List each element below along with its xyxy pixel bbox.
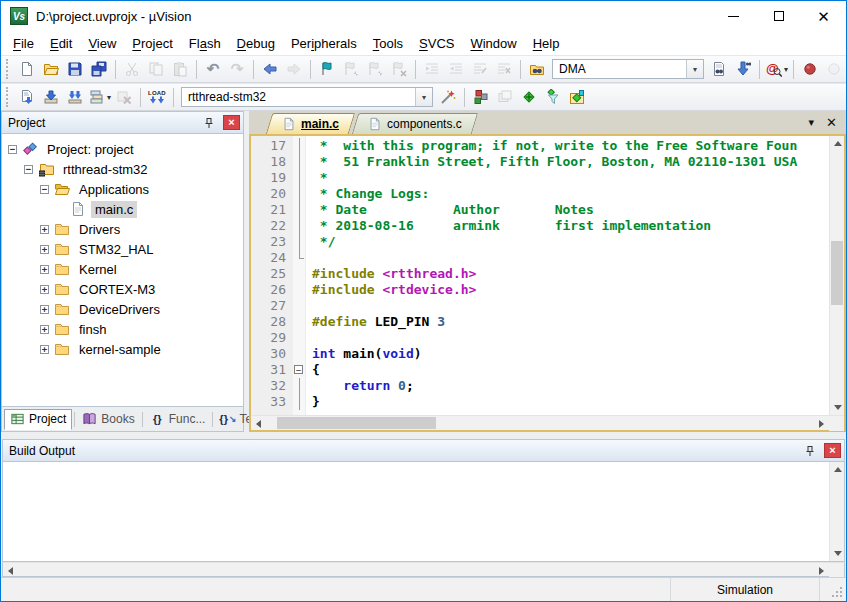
save-button[interactable]: [63, 57, 87, 81]
tree-item-cortex-m3[interactable]: +CORTEX-M3: [2, 279, 243, 299]
menu-help[interactable]: Help: [525, 33, 568, 54]
code-line[interactable]: 32 return 0;: [251, 378, 829, 394]
find-in-document-button[interactable]: [707, 57, 731, 81]
scroll-right-button[interactable]: [814, 563, 829, 578]
fold-collapse-icon[interactable]: −: [293, 362, 306, 378]
close-button[interactable]: ✕: [801, 1, 846, 31]
close-document-icon[interactable]: ✕: [826, 116, 837, 129]
target-select-combo-dropdown[interactable]: ▾: [415, 88, 432, 106]
build-button[interactable]: [39, 85, 63, 109]
manage-rte-button[interactable]: [517, 85, 541, 109]
new-file-button[interactable]: [15, 57, 39, 81]
menu-view[interactable]: View: [80, 33, 124, 54]
code-line[interactable]: 20 * Change Logs:: [251, 186, 829, 202]
resize-grip[interactable]: [820, 578, 846, 601]
tree-item-drivers[interactable]: +Drivers: [2, 219, 243, 239]
panel-tab-books[interactable]: Books: [77, 409, 139, 430]
expand-icon[interactable]: +: [40, 305, 49, 314]
select-software-packs-button[interactable]: [541, 85, 565, 109]
menu-debug[interactable]: Debug: [229, 33, 283, 54]
pack-installer-button[interactable]: [565, 85, 589, 109]
project-panel-close-button[interactable]: ×: [223, 115, 240, 130]
navigate-back-button[interactable]: [258, 57, 282, 81]
code-line[interactable]: 17 * with this program; if not, write to…: [251, 138, 829, 154]
tree-item-finsh[interactable]: +finsh: [2, 319, 243, 339]
code-line[interactable]: 25#include <rtthread.h>: [251, 266, 829, 282]
editor-vertical-scrollbar[interactable]: [829, 136, 844, 415]
rebuild-button[interactable]: [63, 85, 87, 109]
menu-project[interactable]: Project: [124, 33, 180, 54]
menu-edit[interactable]: Edit: [42, 33, 80, 54]
minimize-button[interactable]: [711, 1, 756, 31]
code-line[interactable]: 21 * Date Author Notes: [251, 202, 829, 218]
tree-item-devicedrivers[interactable]: +DeviceDrivers: [2, 299, 243, 319]
menu-tools[interactable]: Tools: [365, 33, 411, 54]
menu-file[interactable]: File: [5, 33, 42, 54]
translate-button[interactable]: [15, 85, 39, 109]
scroll-down-button[interactable]: [830, 546, 845, 561]
menu-peripherals[interactable]: Peripherals: [283, 33, 365, 54]
tree-item-stm32-hal[interactable]: +STM32_HAL: [2, 239, 243, 259]
build-output-text[interactable]: [3, 462, 829, 561]
scroll-left-button[interactable]: [3, 563, 18, 578]
build-output-vertical-scrollbar[interactable]: [829, 462, 844, 561]
batch-build-button[interactable]: ▾: [87, 85, 112, 109]
web-search-button[interactable]: @▾: [764, 57, 789, 81]
editor-tab-components-c[interactable]: components.c: [355, 113, 475, 134]
code-editor[interactable]: 17 * with this program; if not, write to…: [251, 136, 829, 415]
vertical-scroll-thumb[interactable]: [831, 241, 843, 306]
code-line[interactable]: 19 *: [251, 170, 829, 186]
panel-tab-func[interactable]: {}Func...: [145, 409, 211, 430]
expand-icon[interactable]: +: [40, 225, 49, 234]
tree-item-applications[interactable]: −Applications: [2, 179, 243, 199]
code-line[interactable]: 26#include <rtdevice.h>: [251, 282, 829, 298]
bookmark-toggle-button[interactable]: [315, 57, 339, 81]
panel-splitter[interactable]: [1, 432, 846, 439]
editor-tab-main-c[interactable]: main.c: [269, 113, 352, 134]
tree-item-kernel-sample[interactable]: +kernel-sample: [2, 339, 243, 359]
search-combo-dropdown[interactable]: ▾: [686, 60, 703, 78]
build-output-close-button[interactable]: ×: [824, 443, 841, 458]
maximize-button[interactable]: [756, 1, 801, 31]
options-for-target-button[interactable]: [436, 85, 460, 109]
expand-icon[interactable]: +: [40, 325, 49, 334]
collapse-icon[interactable]: −: [8, 145, 17, 154]
scroll-down-button[interactable]: [830, 400, 845, 415]
menu-svcs[interactable]: SVCS: [411, 33, 462, 54]
code-line[interactable]: 18 * 51 Franklin Street, Fifth Floor, Bo…: [251, 154, 829, 170]
incremental-find-button[interactable]: [731, 57, 755, 81]
chevron-down-icon[interactable]: ▾: [107, 93, 111, 102]
pin-icon[interactable]: [201, 115, 217, 131]
code-line[interactable]: 23 */: [251, 234, 829, 250]
open-file-button[interactable]: [39, 57, 63, 81]
code-line[interactable]: 22 * 2018-08-16 armink first implementat…: [251, 218, 829, 234]
tree-item-project-project[interactable]: −Project: project: [2, 139, 243, 159]
download-button[interactable]: LOAD: [145, 85, 169, 109]
menu-flash[interactable]: Flash: [181, 33, 229, 54]
collapse-icon[interactable]: −: [24, 165, 33, 174]
search-combo[interactable]: DMA▾: [552, 59, 704, 79]
code-line[interactable]: 31−{: [251, 362, 829, 378]
collapse-icon[interactable]: −: [40, 185, 49, 194]
scroll-up-button[interactable]: [830, 462, 845, 477]
scroll-left-button[interactable]: [251, 416, 266, 431]
expand-icon[interactable]: +: [40, 245, 49, 254]
target-select-combo[interactable]: rtthread-stm32▾: [181, 87, 433, 107]
save-all-button[interactable]: [87, 57, 111, 81]
scroll-right-button[interactable]: [814, 416, 829, 431]
pin-icon[interactable]: [802, 443, 818, 459]
expand-icon[interactable]: +: [40, 285, 49, 294]
editor-horizontal-scrollbar[interactable]: [251, 415, 844, 430]
code-line[interactable]: 28#define LED_PIN 3: [251, 314, 829, 330]
tree-item-rtthread-stm32[interactable]: −rtthread-stm32: [2, 159, 243, 179]
chevron-down-icon[interactable]: ▾: [784, 65, 788, 74]
tree-item-main-c[interactable]: main.c: [2, 199, 243, 219]
menu-window[interactable]: Window: [462, 33, 524, 54]
horizontal-scroll-thumb[interactable]: [277, 417, 436, 429]
expand-icon[interactable]: +: [40, 265, 49, 274]
scroll-up-button[interactable]: [830, 136, 845, 151]
code-line[interactable]: 29: [251, 330, 829, 346]
code-line[interactable]: 30int main(void): [251, 346, 829, 362]
code-line[interactable]: 33}: [251, 394, 829, 410]
undo-button[interactable]: ↶: [201, 57, 225, 81]
